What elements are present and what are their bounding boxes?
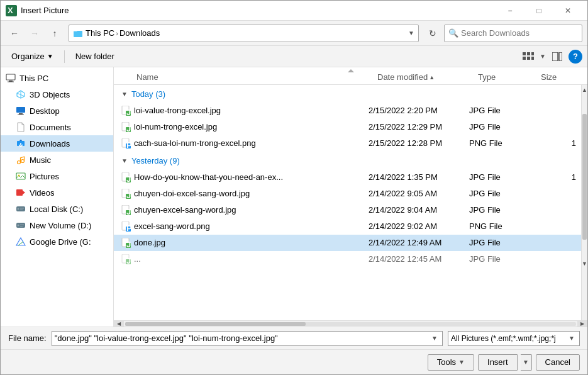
file-row[interactable]: JPG loi-value-trong-excel.jpg 2/15/2022 … [114,103,581,119]
file-name-dropdown-icon[interactable]: ▼ [430,335,440,342]
search-bar[interactable]: 🔍 [444,25,582,42]
file-name: loi-num-trong-excel.jpg [134,122,369,132]
sidebar-item-google-drive-g[interactable]: Google Drive (G: [1,233,113,250]
file-icon-wrapper: JPG [119,106,134,116]
group-today-label: Today (3) [131,89,165,99]
address-folder-icon [73,28,83,38]
computer-icon [6,73,16,83]
file-row-done[interactable]: JPG done.jpg 2/14/2022 12:49 AM JPG File [114,235,581,251]
group-yesterday[interactable]: ▼ Yesterday (9) [114,152,581,169]
refresh-button[interactable]: ↻ [424,25,441,42]
toolbar-separator [64,50,65,63]
hscroll-left-button[interactable]: ◀ [114,321,124,327]
col-header-name[interactable]: Name [134,72,375,82]
file-date: 2/14/2022 12:45 AM [369,254,469,264]
view-dropdown[interactable]: ▼ [540,53,546,60]
downloads-icon [16,138,26,148]
group-today[interactable]: ▼ Today (3) [114,85,581,103]
sidebar-item-3d-objects[interactable]: 3D Objects [1,86,113,103]
file-type-input[interactable] [451,334,567,343]
disk-d-icon [16,220,26,230]
file-type: PNG File [469,138,532,148]
sidebar-item-videos[interactable]: Videos [1,184,113,201]
scroll-up-button[interactable]: ▲ [582,85,587,95]
music-icon [16,155,26,165]
minimize-button[interactable]: − [496,1,524,21]
sidebar-item-this-pc[interactable]: This PC [1,70,113,86]
sidebar-item-local-disk-c[interactable]: Local Disk (C:) [1,201,113,217]
col-header-date[interactable]: Date modified ▲ [375,72,475,82]
file-row[interactable]: JPG How-do-you-know-that-you-need-an-ex.… [114,169,581,186]
new-folder-button[interactable]: New folder [70,48,120,65]
address-part-this-pc[interactable]: This PC [86,28,114,38]
svg-rect-8 [531,57,534,60]
search-icon: 🔍 [448,28,458,38]
close-button[interactable]: ✕ [553,1,582,21]
file-icon-wrapper: JPG [119,172,134,182]
svg-rect-5 [531,52,534,55]
file-type-container[interactable]: ▼ [448,331,580,346]
svg-text:JPG: JPG [126,108,131,116]
file-row[interactable]: PNG excel-sang-word.png 2/14/2022 9:02 A… [114,218,581,235]
organize-button[interactable]: Organize ▼ [6,48,59,65]
hscroll-right-button[interactable]: ▶ [577,321,587,327]
svg-rect-7 [527,57,530,60]
forward-button[interactable]: → [26,25,43,42]
col-header-type[interactable]: Type [475,72,538,82]
file-icon-wrapper: PNG [119,221,134,232]
file-name-input-container[interactable]: ▼ [52,331,443,346]
address-part-downloads[interactable]: Downloads [119,28,160,38]
file-date: 2/14/2022 12:49 AM [369,238,469,247]
maximize-button[interactable]: □ [524,1,553,21]
file-row[interactable]: JPG chuyen-doi-excel-sang-word.jpg 2/14/… [114,186,581,202]
file-name-input[interactable] [55,333,430,343]
file-name: loi-value-trong-excel.jpg [134,106,369,115]
sidebar-label-videos: Videos [30,188,55,198]
sidebar-item-music[interactable]: Music [1,152,113,168]
scroll-down-button[interactable]: ▼ [582,259,587,269]
sidebar-item-documents[interactable]: Documents [1,119,113,135]
sidebar-item-pictures[interactable]: Pictures [1,168,113,184]
back-button[interactable]: ← [6,25,23,42]
file-row[interactable]: JPG loi-num-trong-excel.jpg 2/15/2022 12… [114,119,581,135]
sidebar-label-desktop: Desktop [30,106,60,116]
cancel-button[interactable]: Cancel [536,354,580,371]
scroll-thumb[interactable] [582,114,587,240]
insert-button[interactable]: Insert [478,354,518,371]
up-button[interactable]: ↑ [46,25,64,42]
sidebar-item-downloads[interactable]: Downloads [1,135,113,152]
sidebar-label-new-volume-d: New Volume (D:) [30,221,91,230]
file-date: 2/14/2022 9:02 AM [369,221,469,231]
file-row[interactable]: JPG ... 2/14/2022 12:45 AM JPG File [114,251,581,267]
view-options-button[interactable] [519,48,537,65]
col-header-size[interactable]: Size [538,72,582,82]
file-row[interactable]: JPG chuyen-excel-sang-word.jpg 2/14/2022… [114,202,581,218]
file-type-dropdown-icon[interactable]: ▼ [567,335,577,342]
svg-rect-11 [6,74,15,80]
horizontal-scrollbar[interactable]: ◀ ▶ [114,320,587,327]
file-date: 2/14/2022 1:35 PM [369,172,469,182]
file-row[interactable]: PNG cach-sua-loi-num-trong-excel.png 2/1… [114,135,581,152]
sidebar-label-music: Music [30,155,51,165]
sidebar-item-desktop[interactable]: Desktop [1,103,113,119]
jpg-file-icon: JPG [121,205,131,215]
preview-pane-button[interactable] [548,48,566,65]
hscroll-track[interactable] [125,322,576,326]
group-yesterday-label: Yesterday (9) [131,156,180,165]
tools-button[interactable]: Tools ▼ [428,354,474,371]
sidebar-item-new-volume-d[interactable]: New Volume (D:) [1,217,113,233]
insert-dropdown-button[interactable]: ▼ [521,354,532,371]
file-type: JPG File [469,122,532,132]
address-bar[interactable]: This PC › Downloads ▼ [69,25,419,42]
address-dropdown-icon[interactable]: ▼ [408,30,414,36]
hscroll-thumb[interactable] [125,322,306,326]
file-type: JPG File [469,238,532,247]
title-bar-controls: − □ ✕ [496,1,582,21]
help-button[interactable]: ? [569,50,582,64]
file-icon-wrapper: JPG [119,189,134,199]
jpg-file-icon: JPG [121,172,131,182]
svg-text:JPG: JPG [126,191,131,199]
insert-picture-dialog: X Insert Picture − □ ✕ ← → ↑ This PC › D… [0,0,588,375]
vertical-scrollbar[interactable]: ▲ ▼ [581,85,587,320]
search-input[interactable] [461,28,578,38]
